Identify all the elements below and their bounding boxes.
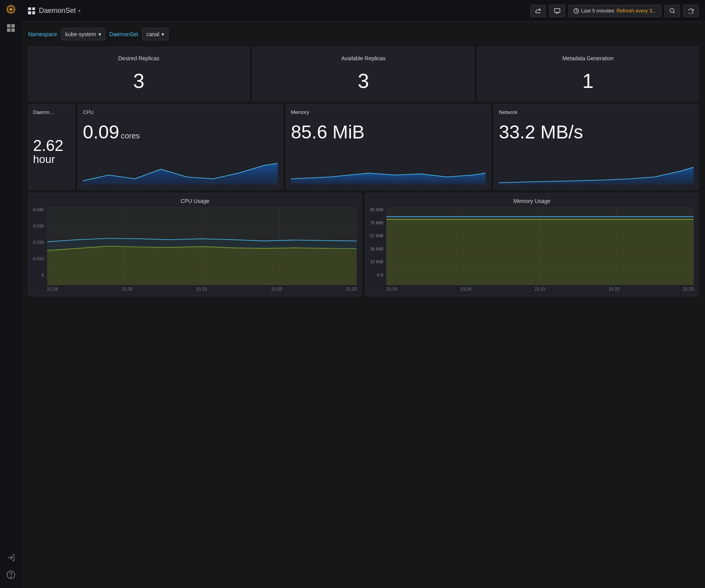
cpu-usage-chart-card: CPU Usage 0.040 0.030 0.020 0.010 0 <box>28 193 362 296</box>
metadata-generation-value: 1 <box>582 69 594 93</box>
content-area: Namespace kube-system ▾ DaemonSet canal … <box>22 22 705 588</box>
mem-x-2: 21:21 <box>535 287 545 291</box>
namespace-select[interactable]: kube-system ▾ <box>61 28 105 40</box>
cpu-x-0: 21:19 <box>47 287 58 291</box>
signin-icon[interactable] <box>5 552 16 563</box>
grafana-logo-icon[interactable] <box>5 4 16 15</box>
cpu-card: CPU 0.09 cores <box>78 104 283 190</box>
svg-point-2 <box>10 8 12 10</box>
svg-rect-9 <box>7 28 11 32</box>
topbar: DaemonSet ▾ <box>22 0 705 22</box>
sidebar <box>0 0 22 588</box>
cpu-x-3: 21:22 <box>271 287 282 291</box>
uptime-card: Daemo… 2.62 hour <box>28 104 75 190</box>
network-card: Network 33.2 MB/s <box>494 104 699 190</box>
desired-replicas-value: 3 <box>133 69 144 93</box>
memory-usage-chart-area <box>386 207 694 285</box>
svg-point-15 <box>670 9 674 12</box>
svg-rect-13 <box>554 9 560 12</box>
mem-x-0: 21:19 <box>386 287 397 291</box>
cpu-y-0: 0.040 <box>33 207 44 212</box>
time-range-button[interactable]: Last 5 minutes Refresh every 3... <box>568 5 661 17</box>
grid-icon <box>28 7 35 14</box>
dashboards-icon[interactable] <box>5 23 16 33</box>
svg-point-12 <box>11 577 11 578</box>
available-replicas-title: Available Replicas <box>341 55 386 61</box>
daemonset-dropdown-icon: ▾ <box>161 31 164 37</box>
memory-usage-chart-title: Memory Usage <box>370 198 694 204</box>
metadata-generation-title: Metadata Generation <box>563 55 614 61</box>
cpu-usage-chart-area <box>47 207 357 285</box>
network-value: 33.2 MB/s <box>499 122 583 142</box>
display-button[interactable] <box>549 5 565 17</box>
memory-card: Memory 85.6 MiB <box>286 104 491 190</box>
svg-rect-8 <box>11 24 15 28</box>
cpu-usage-chart-title: CPU Usage <box>33 198 357 204</box>
main-content: DaemonSet ▾ <box>22 0 705 588</box>
cpu-x-2: 21:21 <box>196 287 207 291</box>
page-title: DaemonSet ▾ <box>39 7 81 15</box>
mem-y-2: 57 MiB <box>370 233 383 238</box>
metadata-generation-card: Metadata Generation 1 <box>477 47 699 101</box>
daemonset-filter-label[interactable]: DaemonSet <box>109 31 138 37</box>
refresh-button[interactable] <box>683 5 699 17</box>
chart-row: CPU Usage 0.040 0.030 0.020 0.010 0 <box>28 193 699 296</box>
mem-y-1: 76 MiB <box>370 220 383 225</box>
svg-marker-27 <box>47 246 357 285</box>
title-text: DaemonSet <box>39 7 76 15</box>
svg-rect-10 <box>11 28 15 32</box>
namespace-dropdown-icon: ▾ <box>98 31 101 37</box>
search-button[interactable] <box>665 5 680 17</box>
namespace-value: kube-system <box>65 31 96 37</box>
network-card-title: Network <box>499 109 694 115</box>
filter-bar: Namespace kube-system ▾ DaemonSet canal … <box>28 28 699 40</box>
title-dropdown-icon[interactable]: ▾ <box>78 8 81 14</box>
mem-y-0: 95 MiB <box>370 207 383 212</box>
mem-x-1: 21:20 <box>461 287 472 291</box>
cpu-x-4: 21:23 <box>346 287 357 291</box>
namespace-filter-label[interactable]: Namespace <box>28 31 57 37</box>
cpu-y-3: 0.010 <box>33 256 44 261</box>
mem-x-4: 21:23 <box>683 287 694 291</box>
mem-y-4: 19 MiB <box>370 259 383 264</box>
cpu-y-4: 0 <box>33 273 44 277</box>
cpu-unit: cores <box>121 131 140 140</box>
svg-marker-38 <box>386 219 694 285</box>
cpu-mini-chart <box>83 158 278 185</box>
desired-replicas-title: Desired Replicas <box>118 55 160 61</box>
cpu-y-2: 0.020 <box>33 240 44 245</box>
stat-cards-row: Desired Replicas 3 Available Replicas 3 … <box>28 47 699 101</box>
memory-usage-chart-card: Memory Usage 95 MiB 76 MiB 57 MiB 38 MiB… <box>365 193 699 296</box>
desired-replicas-card: Desired Replicas 3 <box>28 47 249 101</box>
network-mini-chart <box>499 158 694 185</box>
mem-y-3: 38 MiB <box>370 247 383 251</box>
mem-x-3: 21:22 <box>609 287 620 291</box>
uptime-unit: hour <box>33 153 70 166</box>
cpu-card-title: CPU <box>83 109 278 115</box>
uptime-card-title: Daemo… <box>33 109 70 115</box>
share-button[interactable] <box>530 5 546 17</box>
svg-rect-7 <box>7 24 11 28</box>
memory-card-title: Memory <box>291 109 486 115</box>
cpu-value: 0.09 <box>83 121 119 143</box>
memory-mini-chart <box>291 158 486 185</box>
available-replicas-card: Available Replicas 3 <box>253 47 474 101</box>
cpu-y-1: 0.030 <box>33 224 44 228</box>
uptime-value: 2.62 <box>33 138 70 153</box>
mem-y-5: 0 B <box>370 273 383 277</box>
time-range-label: Last 5 minutes <box>581 8 614 14</box>
dashboard-row: Daemo… 2.62 hour CPU 0.09 cores <box>28 104 699 190</box>
help-icon[interactable] <box>5 569 16 580</box>
cpu-x-1: 21:20 <box>122 287 133 291</box>
available-replicas-value: 3 <box>358 69 369 93</box>
refresh-label: Refresh every 3... <box>616 8 656 14</box>
memory-value: 85.6 MiB <box>291 122 365 142</box>
daemonset-value: canal <box>146 31 159 37</box>
daemonset-select[interactable]: canal ▾ <box>142 28 168 40</box>
svg-marker-16 <box>83 163 278 185</box>
